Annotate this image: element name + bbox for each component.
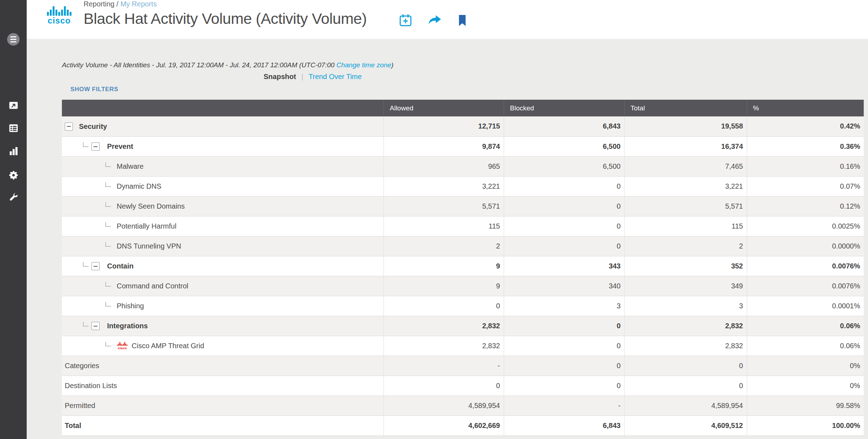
row-label: Cisco AMP Threat Grid (132, 342, 204, 350)
row-name-cell: Newly Seen Domains (62, 196, 383, 216)
page-title: Black Hat Activity Volume (Activity Volu… (84, 10, 367, 27)
table-row: Security12,7156,84319,5580.42% (62, 116, 864, 136)
row-name-cell: Security (62, 116, 383, 136)
value-cell-blocked: 0 (504, 196, 624, 216)
value-cell-allowed: 4,589,954 (383, 396, 504, 416)
value-cell-allowed: 965 (383, 156, 504, 176)
menu-icon[interactable] (7, 33, 20, 46)
value-cell-total: 4,589,954 (624, 396, 747, 416)
value-cell-blocked: 6,500 (504, 136, 624, 156)
header-actions (399, 14, 467, 26)
column-header-blocked[interactable]: Blocked (504, 100, 624, 116)
value-cell-pct: 0.0076% (747, 256, 864, 276)
row-name-cell: Total (62, 416, 383, 435)
value-cell-total: 4,609,512 (624, 416, 747, 435)
bookmark-icon[interactable] (458, 15, 467, 26)
tree-elbow-icon (105, 222, 111, 227)
value-cell-total: 2 (624, 236, 747, 256)
value-cell-allowed: 115 (383, 216, 504, 236)
settings-gear-icon[interactable] (8, 170, 19, 181)
value-cell-blocked: 6,843 (504, 416, 624, 435)
bar-chart-icon[interactable] (8, 146, 19, 157)
value-cell-blocked: 0 (504, 236, 624, 256)
value-cell-blocked: 3 (504, 296, 624, 316)
value-cell-total: 19,558 (624, 116, 747, 136)
value-cell-pct: 0.0001% (747, 296, 864, 316)
value-cell-allowed: 0 (383, 376, 504, 396)
view-tabs: Snapshot | Trend Over Time (264, 72, 362, 81)
value-cell-pct: 0.06% (747, 316, 864, 336)
value-cell-blocked: 0 (504, 336, 624, 356)
breadcrumb-my-reports-link[interactable]: My Reports (120, 0, 157, 8)
value-cell-pct: 99.58% (747, 396, 864, 416)
value-cell-pct: 0.0000% (747, 236, 864, 256)
collapse-toggle-button[interactable] (91, 322, 100, 330)
value-cell-total: 352 (624, 256, 747, 276)
value-cell-allowed: 9 (383, 276, 504, 296)
breadcrumb: Reporting / My Reports (84, 0, 157, 8)
overview-icon[interactable] (8, 100, 19, 111)
report-info-suffix: ) (391, 61, 393, 69)
table-row: Dynamic DNS3,22103,2210.07% (62, 176, 864, 196)
reports-list-icon[interactable] (8, 123, 19, 134)
value-cell-pct: 0.42% (747, 116, 864, 136)
tree-elbow-icon (105, 242, 111, 247)
collapse-toggle-button[interactable] (65, 122, 73, 131)
row-name-cell: Dynamic DNS (62, 176, 383, 196)
column-header-percent[interactable]: % (747, 100, 864, 116)
tab-snapshot[interactable]: Snapshot (264, 73, 296, 81)
value-cell-blocked: 343 (504, 256, 624, 276)
value-cell-pct: 0.12% (747, 196, 864, 216)
report-table-container: Allowed Blocked Total % Security12,7156,… (62, 100, 864, 436)
tree-elbow-icon (83, 142, 89, 147)
table-row: Integrations2,83202,8320.06% (62, 316, 864, 336)
tab-trend-over-time[interactable]: Trend Over Time (309, 73, 362, 81)
row-name-cell: Permitted (62, 396, 383, 416)
row-label: Contain (107, 262, 133, 270)
collapse-toggle-button[interactable] (91, 142, 100, 151)
value-cell-blocked: 0 (504, 356, 624, 376)
row-name-cell: Phishing (62, 296, 383, 316)
share-icon[interactable] (428, 15, 441, 26)
row-label: Potentially Harmful (117, 222, 176, 230)
change-timezone-link[interactable]: Change time zone (337, 61, 391, 69)
collapse-toggle-button[interactable] (91, 262, 100, 270)
value-cell-pct: 100.00% (747, 416, 864, 435)
value-cell-allowed: 2 (383, 236, 504, 256)
tree-elbow-icon (105, 162, 111, 167)
admin-wrench-icon[interactable] (8, 193, 19, 203)
table-row: Contain93433520.0076% (62, 256, 864, 276)
row-name-cell: DNS Tunneling VPN (62, 236, 383, 256)
show-filters-link[interactable]: SHOW FILTERS (70, 86, 118, 93)
top-header: cisco Reporting / My Reports Black Hat A… (27, 0, 868, 39)
table-row: Permitted4,589,954-4,589,95499.58% (62, 396, 864, 416)
row-label: DNS Tunneling VPN (117, 242, 181, 250)
value-cell-total: 0 (624, 376, 747, 396)
column-header-name (62, 100, 383, 116)
value-cell-blocked: 0 (504, 216, 624, 236)
calendar-schedule-icon[interactable] (399, 14, 412, 26)
report-info-text: Activity Volume - All Identities - Jul. … (62, 61, 337, 69)
row-label: Security (79, 122, 107, 130)
column-header-total[interactable]: Total (624, 100, 747, 116)
value-cell-blocked: 0 (504, 316, 624, 336)
row-name-cell: Categories (62, 356, 383, 376)
value-cell-blocked: 0 (504, 176, 624, 196)
value-cell-pct: 0.36% (747, 136, 864, 156)
tab-divider: | (301, 72, 303, 81)
value-cell-total: 7,465 (624, 156, 747, 176)
value-cell-total: 0 (624, 356, 747, 376)
value-cell-pct: 0% (747, 356, 864, 376)
row-label: Newly Seen Domains (117, 202, 185, 210)
row-name-cell: Contain (62, 256, 383, 276)
row-name-cell: Malware (62, 156, 383, 176)
value-cell-allowed: 3,221 (383, 176, 504, 196)
tree-elbow-icon (83, 322, 89, 326)
report-table: Allowed Blocked Total % Security12,7156,… (62, 100, 864, 436)
cisco-amp-icon: cisco (117, 340, 128, 351)
table-row: Potentially Harmful11501150.0025% (62, 216, 864, 236)
tree-elbow-icon (105, 342, 111, 346)
column-header-allowed[interactable]: Allowed (383, 100, 504, 116)
row-label: Categories (65, 362, 99, 370)
main-content: Activity Volume - All Identities - Jul. … (27, 39, 868, 439)
